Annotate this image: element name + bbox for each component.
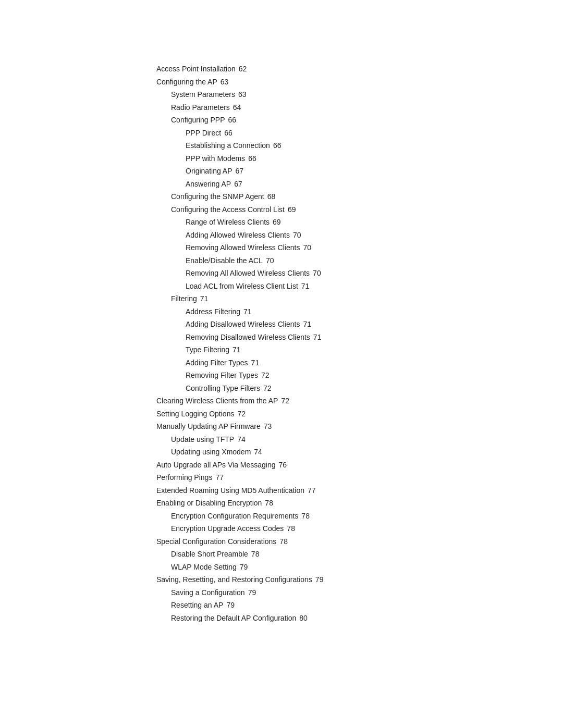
toc-entry-page: 66 — [248, 152, 256, 165]
toc-entry-page: 78 — [287, 522, 295, 535]
toc-entry-page: 72 — [237, 408, 246, 421]
toc-entry-page: 64 — [233, 101, 241, 114]
toc-entry-page: 71 — [303, 318, 311, 331]
toc-entry-label: Encryption Upgrade Access Codes — [171, 522, 284, 535]
toc-entry-page: 73 — [264, 420, 272, 433]
toc-entry-label: WLAP Mode Setting — [171, 561, 237, 574]
toc-entry-label: PPP Direct — [186, 127, 221, 140]
toc-entry-page: 62 — [239, 63, 247, 76]
toc-entry-page: 79 — [248, 586, 256, 599]
toc-entry: Configuring the Access Control List69 — [171, 203, 438, 216]
toc-entry: Radio Parameters64 — [171, 101, 438, 114]
toc-entry-page: 77 — [215, 471, 224, 484]
toc-entry: Special Configuration Considerations78 — [156, 535, 438, 548]
toc-entry: Encryption Configuration Requirements78 — [171, 510, 438, 523]
toc-entry-page: 66 — [224, 127, 232, 140]
toc-entry: Adding Allowed Wireless Clients70 — [186, 229, 438, 242]
toc-entry-label: Removing Allowed Wireless Clients — [186, 241, 300, 254]
toc-entry-label: Disable Short Preamble — [171, 548, 248, 561]
toc-entry: Removing Disallowed Wireless Clients71 — [186, 331, 438, 344]
toc-entry-label: Restoring the Default AP Configuration — [171, 612, 296, 625]
toc-entry: System Parameters63 — [171, 88, 438, 101]
toc-entry-label: Performing Pings — [156, 471, 212, 484]
toc-entry-page: 68 — [267, 190, 276, 203]
toc-entry: Establishing a Connection66 — [186, 139, 438, 152]
toc-entry-label: Adding Allowed Wireless Clients — [186, 229, 290, 242]
toc-entry-page: 79 — [240, 561, 248, 574]
toc-entry-label: Access Point Installation — [156, 63, 236, 76]
toc-entry-page: 63 — [238, 88, 247, 101]
toc-entry: Updating using Xmodem74 — [171, 446, 438, 459]
toc-entry-page: 71 — [301, 280, 310, 293]
toc-entry-page: 70 — [303, 241, 311, 254]
toc-entry-page: 78 — [265, 497, 273, 510]
toc-entry-label: Radio Parameters — [171, 101, 230, 114]
toc-entry: Clearing Wireless Clients from the AP72 — [156, 394, 438, 408]
toc-entry-page: 66 — [273, 139, 282, 152]
toc-entry-page: 76 — [279, 459, 287, 472]
toc-entry-page: 71 — [200, 292, 209, 305]
toc-entry-label: Auto Upgrade all APs Via Messaging — [156, 459, 276, 472]
toc-entry-label: Configuring the SNMP Agent — [171, 190, 264, 203]
toc-entry-label: Configuring the AP — [156, 76, 217, 89]
toc-entry: Adding Filter Types71 — [186, 356, 438, 369]
toc-entry: Configuring the SNMP Agent68 — [171, 190, 438, 203]
toc-entry-label: Encryption Configuration Requirements — [171, 510, 298, 523]
toc-entry: Disable Short Preamble78 — [171, 548, 438, 561]
toc-entry-label: Removing All Allowed Wireless Clients — [186, 267, 310, 280]
toc-entry: Manually Updating AP Firmware73 — [156, 420, 438, 433]
toc-entry: Filtering71 — [171, 292, 438, 305]
toc-entry-page: 78 — [279, 535, 288, 548]
toc-entry: Restoring the Default AP Configuration80 — [171, 612, 438, 625]
toc-entry: Controlling Type Filters72 — [186, 382, 438, 395]
toc-entry-page: 72 — [263, 382, 272, 395]
toc-entry: Saving a Configuration79 — [171, 586, 438, 599]
toc-entry-label: Saving a Configuration — [171, 586, 245, 599]
toc-entry: Saving, Resetting, and Restoring Configu… — [156, 573, 438, 586]
toc-entry-label: PPP with Modems — [186, 152, 245, 165]
toc-entry-label: Saving, Resetting, and Restoring Configu… — [156, 573, 312, 586]
toc-entry-page: 70 — [266, 254, 274, 267]
toc-entry-label: Removing Disallowed Wireless Clients — [186, 331, 310, 344]
toc-entry: Configuring PPP66 — [171, 114, 438, 127]
toc-entry-label: Extended Roaming Using MD5 Authenticatio… — [156, 484, 304, 497]
toc-entry-label: Address Filtering — [186, 305, 240, 318]
toc-entry-label: Resetting an AP — [171, 599, 223, 612]
toc-entry-page: 72 — [261, 369, 270, 382]
toc-entry-label: Filtering — [171, 292, 197, 305]
toc-entry-page: 63 — [221, 76, 229, 89]
toc-entry-label: Adding Filter Types — [186, 356, 248, 369]
toc-entry-label: Clearing Wireless Clients from the AP — [156, 394, 278, 408]
toc-entry: WLAP Mode Setting79 — [171, 561, 438, 574]
toc-entry-page: 78 — [251, 548, 260, 561]
toc-entry-label: System Parameters — [171, 88, 235, 101]
toc-entry-label: Adding Disallowed Wireless Clients — [186, 318, 300, 331]
toc-entry-page: 77 — [308, 484, 316, 497]
toc-entry-page: 70 — [293, 229, 301, 242]
toc-entry: Removing All Allowed Wireless Clients70 — [186, 267, 438, 280]
toc-entry: Update using TFTP74 — [171, 433, 438, 446]
toc-entry: Removing Allowed Wireless Clients70 — [186, 241, 438, 254]
toc-container: Access Point Installation62Configuring t… — [156, 63, 438, 624]
toc-entry-label: Enabling or Disabling Encryption — [156, 497, 262, 510]
toc-entry-label: Removing Filter Types — [186, 369, 258, 382]
toc-entry: Setting Logging Options72 — [156, 408, 438, 421]
toc-entry-page: 71 — [232, 343, 241, 356]
toc-entry-page: 80 — [299, 612, 308, 625]
toc-entry-page: 79 — [226, 599, 235, 612]
toc-entry: Extended Roaming Using MD5 Authenticatio… — [156, 484, 438, 497]
toc-entry-label: Configuring PPP — [171, 114, 225, 127]
toc-entry-page: 74 — [254, 446, 262, 459]
toc-entry-page: 71 — [313, 331, 322, 344]
toc-entry: Removing Filter Types72 — [186, 369, 438, 382]
toc-entry-label: Answering AP — [186, 178, 231, 191]
toc-entry-page: 72 — [281, 394, 289, 408]
toc-entry: Auto Upgrade all APs Via Messaging76 — [156, 459, 438, 472]
toc-entry-page: 69 — [288, 203, 296, 216]
toc-entry: Encryption Upgrade Access Codes78 — [171, 522, 438, 535]
toc-entry-page: 71 — [243, 305, 252, 318]
toc-entry: Access Point Installation62 — [156, 63, 438, 76]
toc-entry-page: 71 — [251, 356, 260, 369]
toc-entry-page: 74 — [237, 433, 246, 446]
toc-entry-page: 67 — [236, 165, 244, 178]
